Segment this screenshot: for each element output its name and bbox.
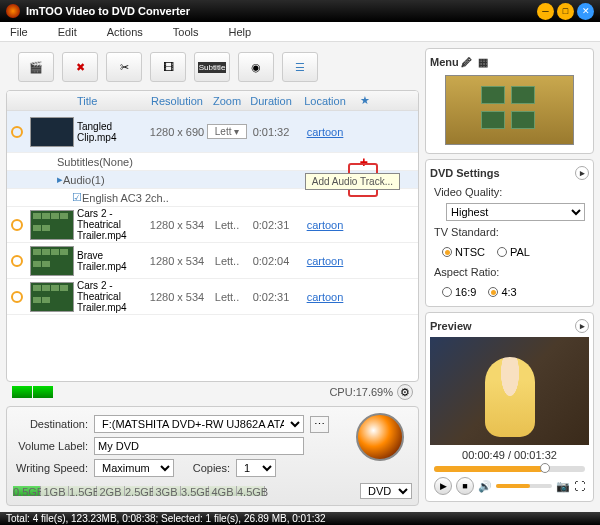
- file-location[interactable]: cartoon: [295, 219, 355, 231]
- menu-panel-title: Menu: [430, 56, 459, 68]
- play-icon[interactable]: [11, 255, 23, 267]
- effects-button[interactable]: 🎞: [150, 52, 186, 82]
- grid-icon[interactable]: ▦: [475, 56, 491, 69]
- film-icon: 🎬: [29, 61, 43, 74]
- volume-label: Volume Label:: [13, 440, 88, 452]
- time-display: 00:00:49 / 00:01:32: [430, 447, 589, 463]
- expand-icon[interactable]: ▸: [575, 166, 589, 180]
- col-location[interactable]: Location: [295, 95, 355, 107]
- audio-row[interactable]: ▸ Audio(1) + Add Audio Track...: [7, 171, 418, 189]
- thumbnail: [30, 210, 74, 240]
- size-bar: 0.5GB 1GB 1.5GB 2GB 2.5GB 3GB 3.5GB 4GB …: [13, 483, 412, 499]
- remove-button[interactable]: ✖: [62, 52, 98, 82]
- file-title: Cars 2 - Theatrical Trailer.mp4: [77, 208, 147, 241]
- file-row[interactable]: Cars 2 - Theatrical Trailer.mp4 1280 x 5…: [7, 207, 418, 243]
- file-title: Cars 2 - Theatrical Trailer.mp4: [77, 280, 147, 313]
- status-bar: Total: 4 file(s), 123.23MB, 0:08:38; Sel…: [0, 512, 600, 525]
- menu-help[interactable]: Help: [228, 26, 251, 38]
- copies-select[interactable]: 1: [236, 459, 276, 477]
- dvd-settings-title: DVD Settings: [430, 167, 500, 179]
- play-icon[interactable]: [11, 291, 23, 303]
- quality-label: Video Quality:: [434, 186, 504, 198]
- col-title[interactable]: Title: [77, 95, 147, 107]
- ar43-radio[interactable]: 4:3: [488, 286, 516, 298]
- menu-actions[interactable]: Actions: [107, 26, 143, 38]
- cpu-settings-button[interactable]: ⚙: [397, 384, 413, 400]
- add-subtitle-button[interactable]: +: [360, 154, 418, 170]
- quality-select[interactable]: Highest: [446, 203, 585, 221]
- play-icon[interactable]: [11, 219, 23, 231]
- window-title: ImTOO Video to DVD Converter: [26, 5, 534, 17]
- volume-slider[interactable]: [496, 484, 552, 488]
- file-title: Brave Trailer.mp4: [77, 250, 147, 272]
- file-location[interactable]: cartoon: [295, 126, 355, 138]
- file-location[interactable]: cartoon: [295, 255, 355, 267]
- menu-preview[interactable]: [445, 75, 574, 145]
- maximize-button[interactable]: □: [557, 3, 574, 20]
- thumbnail: [30, 246, 74, 276]
- effects-icon: 🎞: [163, 61, 174, 73]
- pal-radio[interactable]: PAL: [497, 246, 530, 258]
- ar169-radio[interactable]: 16:9: [442, 286, 476, 298]
- menu-tools[interactable]: Tools: [173, 26, 199, 38]
- volume-input[interactable]: [94, 437, 304, 455]
- file-row[interactable]: Brave Trailer.mp4 1280 x 534 Lett.. 0:02…: [7, 243, 418, 279]
- scissors-icon: ✂: [120, 61, 129, 74]
- file-row[interactable]: Tangled Clip.mp4 1280 x 690 Lett ▾ 0:01:…: [7, 111, 418, 153]
- destination-select[interactable]: F:(MATSHITA DVD+-RW UJ862A ATA Device): [94, 415, 304, 433]
- col-zoom[interactable]: Zoom: [207, 95, 247, 107]
- disc-type-select[interactable]: DVD: [360, 483, 412, 499]
- file-title: Tangled Clip.mp4: [77, 121, 147, 143]
- ntsc-radio[interactable]: NTSC: [442, 246, 485, 258]
- x-icon: ✖: [76, 61, 85, 74]
- destination-label: Destination:: [13, 418, 88, 430]
- seek-slider[interactable]: [434, 466, 585, 472]
- add-video-button[interactable]: 🎬: [18, 52, 54, 82]
- speed-select[interactable]: Maximum: [94, 459, 174, 477]
- speed-label: Writing Speed:: [13, 462, 88, 474]
- play-button[interactable]: ▶: [434, 477, 452, 495]
- file-row[interactable]: Cars 2 - Theatrical Trailer.mp4 1280 x 5…: [7, 279, 418, 315]
- copies-label: Copies:: [180, 462, 230, 474]
- edit-menu-icon[interactable]: 🖉: [459, 56, 475, 68]
- stop-button[interactable]: ■: [456, 477, 474, 495]
- list-button[interactable]: ☰: [282, 52, 318, 82]
- thumbnail: [30, 282, 74, 312]
- col-resolution[interactable]: Resolution: [147, 95, 207, 107]
- aspect-label: Aspect Ratio:: [434, 266, 504, 278]
- disc-icon: ◉: [251, 61, 261, 74]
- expand-icon[interactable]: ▸: [575, 319, 589, 333]
- subtitles-row[interactable]: Subtitles(None) +: [7, 153, 418, 171]
- minimize-button[interactable]: ─: [537, 3, 554, 20]
- preview-title: Preview: [430, 320, 472, 332]
- snapshot-icon[interactable]: 📷: [556, 480, 570, 493]
- file-resolution: 1280 x 690: [147, 126, 207, 138]
- video-preview[interactable]: [430, 337, 589, 445]
- menu-file[interactable]: File: [10, 26, 28, 38]
- app-logo: [6, 4, 20, 18]
- cut-button[interactable]: ✂: [106, 52, 142, 82]
- subtitle-icon: Subtitle: [198, 62, 227, 73]
- volume-icon[interactable]: 🔊: [478, 480, 492, 493]
- col-star[interactable]: ★: [355, 94, 375, 107]
- burn-button[interactable]: [356, 413, 404, 461]
- tv-label: TV Standard:: [434, 226, 504, 238]
- cpu-meters: [12, 386, 53, 398]
- cpu-label: CPU:17.69%: [329, 386, 393, 398]
- zoom-select[interactable]: Lett ▾: [207, 124, 247, 139]
- fullscreen-icon[interactable]: ⛶: [574, 480, 585, 492]
- list-icon: ☰: [295, 61, 305, 74]
- file-duration: 0:01:32: [247, 126, 295, 138]
- audio-track-row[interactable]: ☑ English AC3 2ch..: [7, 189, 418, 207]
- subtitle-button[interactable]: Subtitle: [194, 52, 230, 82]
- menu-edit[interactable]: Edit: [58, 26, 77, 38]
- thumbnail: [30, 117, 74, 147]
- preview-button[interactable]: ◉: [238, 52, 274, 82]
- close-button[interactable]: ✕: [577, 3, 594, 20]
- play-icon[interactable]: [11, 126, 23, 138]
- col-duration[interactable]: Duration: [247, 95, 295, 107]
- tooltip: Add Audio Track...: [305, 173, 400, 190]
- file-location[interactable]: cartoon: [295, 291, 355, 303]
- browse-button[interactable]: ⋯: [310, 416, 329, 433]
